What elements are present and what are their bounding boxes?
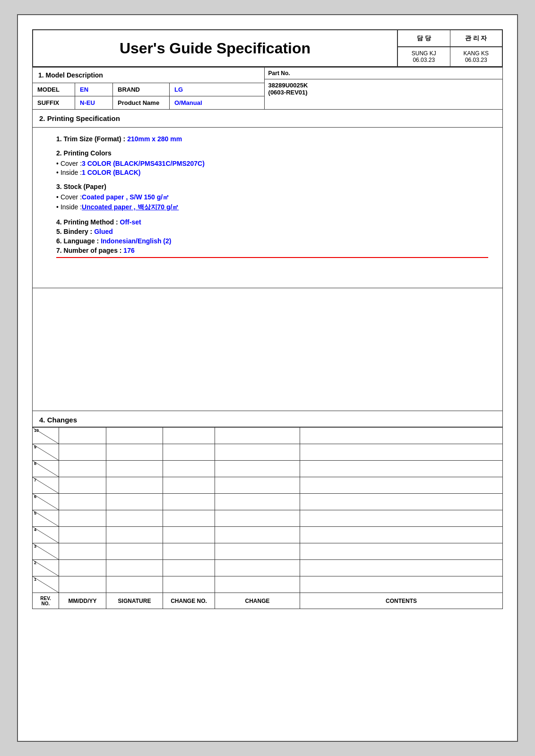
section2-header: 2. Printing Specification	[32, 110, 503, 128]
empty-content-area	[32, 288, 503, 411]
trim-value: 210mm x 280 mm	[127, 135, 182, 143]
rev-cell-4: 4	[33, 527, 59, 543]
table-row: 4	[33, 527, 503, 543]
svg-line-3	[33, 477, 59, 493]
svg-line-4	[33, 494, 59, 510]
inside-stock-prefix: Inside :	[60, 203, 82, 211]
section2-content: 1. Trim Size (Format) : 210mm x 280 mm 2…	[32, 128, 503, 288]
change-cell-10	[215, 428, 300, 444]
model-description-table: 1. Model Description Part No. 38289U0025…	[32, 67, 503, 110]
section1-header-row: 1. Model Description Part No. 38289U0025…	[33, 68, 503, 83]
rev-cell-8: 8	[33, 461, 59, 477]
language-prefix: 6. Language :	[56, 237, 101, 245]
change-no-header: CHANGE NO.	[163, 593, 215, 609]
printing-colors-title: 2. Printing Colors	[56, 149, 488, 157]
table-row: 7	[33, 477, 503, 494]
pages-line: 7. Number of pages : 176	[56, 247, 488, 258]
section2-title: 2. Printing Specification	[39, 114, 120, 122]
en-label: EN	[75, 83, 113, 96]
language-value: Indonesian/English (2)	[101, 237, 171, 245]
header-right: 담 당 관 리 자 SUNG KJ 06.03.23 KANG KS 06.03…	[398, 30, 502, 66]
product-name-label: Product Name	[113, 96, 170, 110]
page-title: User's Guide Specification	[120, 40, 311, 57]
rev-cell-9: 9	[33, 444, 59, 461]
table-row: 1	[33, 576, 503, 593]
signature-header: SIGNATURE	[106, 593, 163, 609]
changes-table: 10 9	[32, 427, 503, 609]
rev-header: REV. NO.	[33, 593, 59, 609]
svg-line-7	[33, 543, 59, 559]
header-section: User's Guide Specification 담 당 관 리 자 SUN…	[32, 29, 503, 67]
cover-stock-prefix: Cover :	[60, 193, 82, 201]
changes-header-row: REV. NO. MM/DD/YY SIGNATURE CHANGE NO. C…	[33, 593, 503, 609]
value-left: SUNG KJ 06.03.23	[398, 47, 450, 66]
svg-line-1	[33, 444, 59, 460]
trim-prefix: 1. Trim Size (Format) :	[56, 135, 127, 143]
svg-line-6	[33, 527, 59, 543]
svg-line-9	[33, 576, 59, 593]
value-right: KANG KS 06.03.23	[450, 47, 502, 66]
rev-cell-1: 1	[33, 576, 59, 593]
inside-stock-line: • Inside : Uncoated paper , 백상지70 g/㎡	[56, 203, 488, 212]
printing-method-value: Off-set	[120, 218, 141, 226]
inside-stock-value: Uncoated paper , 백상지70 g/㎡	[82, 203, 179, 212]
svg-line-5	[33, 510, 59, 526]
contents-cell-10	[300, 428, 503, 444]
rev-cell-10: 10	[33, 428, 59, 444]
cover-color-line: • Cover : 3 COLOR (BLACK/PMS431C/PMS207C…	[56, 160, 488, 167]
printing-colors-group: 2. Printing Colors • Cover : 3 COLOR (BL…	[56, 149, 488, 176]
svg-line-8	[33, 560, 59, 576]
svg-line-2	[33, 461, 59, 477]
section4-title: 4. Changes	[39, 416, 77, 424]
bindery-value: Glued	[94, 228, 113, 235]
bindery-prefix: 5. Bindery :	[56, 228, 94, 235]
cover-stock-value: Coated paper , S/W 150 g/㎡	[82, 193, 169, 202]
page: User's Guide Specification 담 당 관 리 자 SUN…	[17, 14, 518, 742]
suffix-label: SUFFIX	[33, 96, 75, 110]
table-row: 3	[33, 543, 503, 560]
table-row: 2	[33, 560, 503, 576]
header-bottom-values: SUNG KJ 06.03.23 KANG KS 06.03.23	[398, 47, 502, 66]
section4-header: 4. Changes	[32, 411, 503, 427]
header-top-labels: 담 당 관 리 자	[398, 30, 502, 47]
title-box: User's Guide Specification	[33, 30, 398, 66]
printing-method-prefix: 4. Printing Method :	[56, 218, 120, 226]
brand-label: BRAND	[113, 83, 170, 96]
part-no-label: Part No.	[265, 68, 502, 79]
sig-cell-10	[106, 428, 163, 444]
cover-value: 3 COLOR (BLACK/PMS431C/PMS207C)	[82, 160, 205, 167]
cover-stock-line: • Cover : Coated paper , S/W 150 g/㎡	[56, 193, 488, 202]
contents-header: CONTENTS	[300, 593, 503, 609]
stock-title: 3. Stock (Paper)	[56, 183, 488, 190]
product-name-value: O/Manual	[170, 96, 265, 110]
inside-value: 1 COLOR (BLACK)	[82, 169, 140, 176]
pages-prefix: 7. Number of pages :	[56, 247, 123, 254]
brand-value: LG	[170, 83, 265, 96]
date-cell-10	[59, 428, 106, 444]
bindery-line: 5. Bindery : Glued	[56, 228, 488, 235]
date-header: MM/DD/YY	[59, 593, 106, 609]
label-left: 담 당	[398, 30, 450, 46]
table-row: 10	[33, 428, 503, 444]
table-row: 6	[33, 494, 503, 510]
table-row: 8	[33, 461, 503, 477]
language-line: 6. Language : Indonesian/English (2)	[56, 237, 488, 245]
chgno-cell-10	[163, 428, 215, 444]
stock-group: 3. Stock (Paper) • Cover : Coated paper …	[56, 183, 488, 212]
trim-size-line: 1. Trim Size (Format) : 210mm x 280 mm	[56, 135, 488, 143]
model-label: MODEL	[33, 83, 75, 96]
label-right: 관 리 자	[450, 30, 502, 46]
rev-cell-7: 7	[33, 477, 59, 494]
part-no-value: 38289U0025K (0603-REV01)	[265, 79, 502, 98]
change-header: CHANGE	[215, 593, 300, 609]
n-eu-label: N-EU	[75, 96, 113, 110]
inside-prefix: Inside :	[60, 169, 82, 176]
table-row: 9	[33, 444, 503, 461]
rev-cell-5: 5	[33, 510, 59, 527]
printing-method-line: 4. Printing Method : Off-set	[56, 218, 488, 226]
rev-cell-2: 2	[33, 560, 59, 576]
pages-value: 176	[123, 247, 134, 254]
table-row: 5	[33, 510, 503, 527]
section1-title: 1. Model Description	[33, 68, 265, 83]
cover-prefix: Cover :	[60, 160, 82, 167]
